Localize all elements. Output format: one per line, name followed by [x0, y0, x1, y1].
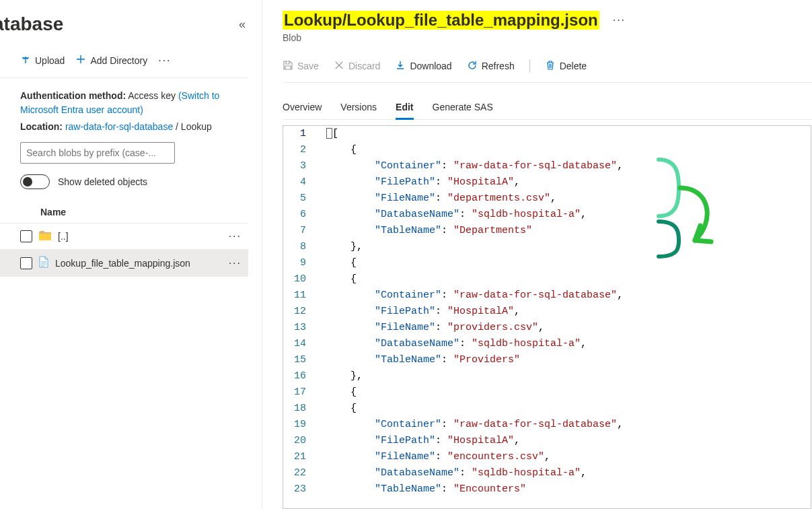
code-editor[interactable]: 1234567891011121314151617181920212223 [ …	[283, 125, 811, 509]
add-directory-label: Add Directory	[90, 55, 147, 66]
add-directory-button[interactable]: Add Directory	[75, 54, 147, 67]
main-toolbar: Save Discard Download Refresh Delete	[283, 43, 812, 83]
line-gutter: 1234567891011121314151617181920212223	[283, 126, 316, 508]
list-item[interactable]: [..]···	[0, 224, 248, 249]
tab-versions[interactable]: Versions	[340, 96, 377, 119]
download-button[interactable]: Download	[395, 60, 451, 73]
blob-list: [..]···Lookup_file_table_mapping.json···	[0, 224, 248, 277]
search-input[interactable]	[20, 142, 175, 164]
refresh-label: Refresh	[482, 61, 515, 71]
refresh-icon	[467, 60, 478, 73]
show-deleted-toggle[interactable]	[20, 174, 50, 189]
row-more-icon[interactable]: ···	[229, 257, 242, 269]
location-separator: /	[176, 121, 181, 132]
code-content[interactable]: [ { "Container": "raw-data-for-sql-datab…	[316, 126, 623, 508]
auth-location-block: Authentication method: Access key (Switc…	[0, 78, 248, 142]
collapse-icon[interactable]: «	[236, 15, 248, 34]
file-icon	[39, 256, 48, 270]
main-panel: Lookup/Lookup_file_table_mapping.json ··…	[262, 0, 812, 509]
save-button: Save	[283, 60, 319, 73]
row-checkbox[interactable]	[20, 230, 32, 242]
upload-icon	[20, 54, 31, 67]
tab-overview[interactable]: Overview	[283, 96, 322, 119]
sidebar-toolbar: Upload Add Directory ···	[0, 48, 248, 78]
tabs: Overview Versions Edit Generate SAS	[283, 83, 812, 120]
list-item[interactable]: Lookup_file_table_mapping.json···	[0, 249, 248, 277]
delete-button[interactable]: Delete	[545, 60, 587, 73]
location-folder: Lookup	[181, 121, 212, 132]
blob-title: Lookup/Lookup_file_table_mapping.json	[283, 11, 599, 30]
trash-icon	[545, 60, 556, 73]
plus-icon	[75, 54, 86, 67]
auth-method-value: Access key	[128, 90, 176, 101]
save-label: Save	[297, 61, 319, 71]
save-icon	[283, 60, 293, 73]
sidebar-title: atabase	[0, 13, 63, 35]
tab-edit[interactable]: Edit	[396, 96, 413, 119]
title-more-icon[interactable]: ···	[613, 14, 626, 26]
delete-label: Delete	[560, 61, 587, 71]
discard-label: Discard	[348, 61, 380, 71]
row-more-icon[interactable]: ···	[229, 230, 242, 242]
toolbar-separator	[529, 59, 530, 73]
download-icon	[395, 60, 406, 73]
download-label: Download	[410, 61, 451, 71]
row-name: [..]	[58, 231, 69, 242]
close-icon	[334, 60, 344, 73]
blob-type-label: Blob	[283, 32, 812, 43]
upload-button[interactable]: Upload	[20, 54, 65, 67]
list-column-name[interactable]: Name	[0, 201, 248, 224]
refresh-button[interactable]: Refresh	[467, 60, 515, 73]
discard-button: Discard	[334, 60, 380, 73]
row-name: Lookup_file_table_mapping.json	[55, 258, 190, 269]
auth-method-label: Authentication method:	[20, 90, 126, 101]
sidebar: atabase « Upload Add Directory ··· Authe…	[0, 0, 262, 509]
row-checkbox[interactable]	[20, 257, 32, 269]
location-container-link[interactable]: raw-data-for-sql-database	[65, 121, 173, 132]
show-deleted-label: Show deleted objects	[58, 176, 147, 187]
folder-icon	[39, 231, 51, 242]
sidebar-toolbar-more-icon[interactable]: ···	[158, 55, 171, 67]
location-label: Location:	[20, 121, 63, 132]
upload-label: Upload	[35, 55, 65, 66]
tab-generate-sas[interactable]: Generate SAS	[433, 96, 493, 119]
